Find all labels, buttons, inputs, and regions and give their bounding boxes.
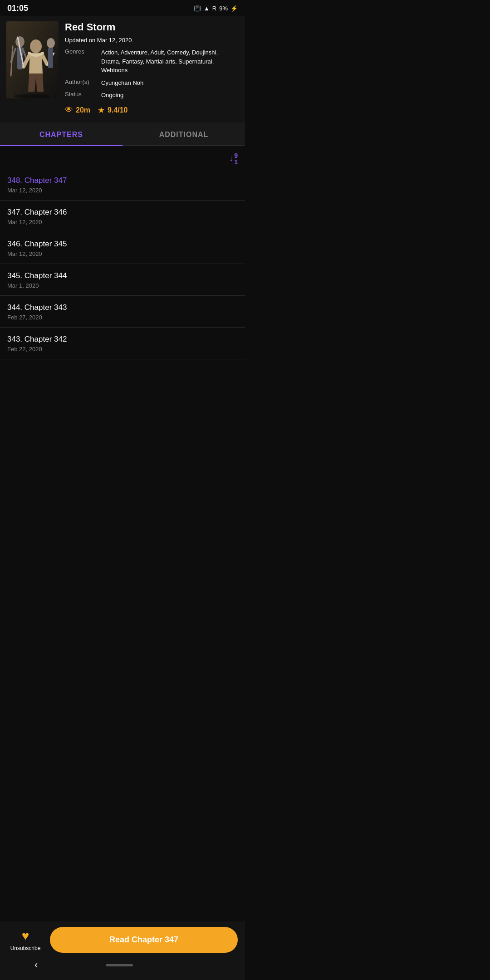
rating-stat: ★ 9.4/10 bbox=[98, 105, 127, 115]
star-icon: ★ bbox=[98, 105, 105, 115]
cover-art bbox=[6, 21, 59, 98]
battery-value: 9% bbox=[219, 5, 228, 12]
authors-label: Author(s) bbox=[65, 78, 97, 88]
chapter-title: 348. Chapter 347 bbox=[7, 176, 238, 185]
genres-label: Genres bbox=[65, 48, 97, 75]
vibrate-icon: 📳 bbox=[194, 5, 201, 12]
status-row: Status Ongoing bbox=[65, 91, 239, 100]
chapter-title: 344. Chapter 343 bbox=[7, 303, 238, 312]
signal-icon: R bbox=[212, 5, 216, 12]
chapter-title: 343. Chapter 342 bbox=[7, 335, 238, 344]
manga-stats: 👁 20m ★ 9.4/10 bbox=[65, 105, 239, 115]
wifi-icon: ▲ bbox=[204, 5, 210, 12]
chapter-date: Mar 1, 2020 bbox=[7, 282, 238, 289]
status-bar: 01:05 📳 ▲ R 9% ⚡ bbox=[0, 0, 245, 16]
chapter-title: 346. Chapter 345 bbox=[7, 240, 238, 249]
chapter-date: Mar 12, 2020 bbox=[7, 250, 238, 257]
tab-additional[interactable]: ADDITIONAL bbox=[122, 122, 245, 145]
status-time: 01:05 bbox=[7, 4, 28, 13]
manga-title: Red Storm bbox=[65, 21, 239, 33]
svg-point-7 bbox=[30, 39, 42, 53]
chapter-item[interactable]: 343. Chapter 342Feb 22, 2020 bbox=[0, 328, 245, 359]
chapter-item[interactable]: 346. Chapter 345Mar 12, 2020 bbox=[0, 232, 245, 264]
chapter-item[interactable]: 345. Chapter 344Mar 1, 2020 bbox=[0, 264, 245, 296]
authors-value: Cyungchan Noh bbox=[101, 78, 239, 88]
genres-value: Action, Adventure, Adult, Comedy, Doujin… bbox=[101, 48, 239, 75]
sort-button[interactable]: ↓ 9 1 bbox=[229, 152, 238, 165]
chapter-title: 347. Chapter 346 bbox=[7, 208, 238, 217]
chapter-date: Mar 12, 2020 bbox=[7, 187, 238, 194]
updated-label: Updated on bbox=[65, 37, 95, 44]
chapters-list: 348. Chapter 347Mar 12, 2020347. Chapter… bbox=[0, 169, 245, 359]
manga-info: Red Storm Updated on Mar 12, 2020 Genres… bbox=[65, 21, 239, 115]
battery-icon: ⚡ bbox=[230, 5, 238, 12]
manga-header: Red Storm Updated on Mar 12, 2020 Genres… bbox=[0, 16, 245, 122]
svg-point-14 bbox=[14, 94, 50, 98]
status-label: Status bbox=[65, 91, 97, 100]
sort-arrow-icon: ↓ bbox=[229, 154, 233, 163]
cover-svg bbox=[6, 21, 59, 98]
chapter-item[interactable]: 347. Chapter 346Mar 12, 2020 bbox=[0, 201, 245, 232]
authors-row: Author(s) Cyungchan Noh bbox=[65, 78, 239, 88]
chapter-title: 345. Chapter 344 bbox=[7, 271, 238, 280]
views-stat: 👁 20m bbox=[65, 105, 90, 115]
tabs-bar: CHAPTERS ADDITIONAL bbox=[0, 122, 245, 146]
chapter-item[interactable]: 348. Chapter 347Mar 12, 2020 bbox=[0, 169, 245, 201]
sort-numbers: 9 1 bbox=[234, 152, 238, 165]
rating-value: 9.4/10 bbox=[108, 106, 127, 114]
chapter-date: Feb 27, 2020 bbox=[7, 314, 238, 321]
status-value: Ongoing bbox=[101, 91, 239, 100]
eye-icon: 👁 bbox=[65, 105, 73, 115]
status-icons: 📳 ▲ R 9% ⚡ bbox=[194, 5, 238, 12]
manga-cover bbox=[6, 21, 59, 98]
svg-rect-13 bbox=[48, 48, 53, 68]
sort-bar: ↓ 9 1 bbox=[0, 146, 245, 169]
genres-row: Genres Action, Adventure, Adult, Comedy,… bbox=[65, 48, 239, 75]
manga-updated: Updated on Mar 12, 2020 bbox=[65, 37, 239, 44]
views-value: 20m bbox=[76, 106, 90, 114]
svg-point-12 bbox=[47, 38, 55, 48]
updated-date: Mar 12, 2020 bbox=[97, 37, 132, 44]
chapter-date: Mar 12, 2020 bbox=[7, 219, 238, 225]
chapters-section: ↓ 9 1 348. Chapter 347Mar 12, 2020347. C… bbox=[0, 146, 245, 414]
chapter-item[interactable]: 344. Chapter 343Feb 27, 2020 bbox=[0, 296, 245, 328]
tab-chapters[interactable]: CHAPTERS bbox=[0, 122, 122, 145]
chapter-date: Feb 22, 2020 bbox=[7, 346, 238, 353]
